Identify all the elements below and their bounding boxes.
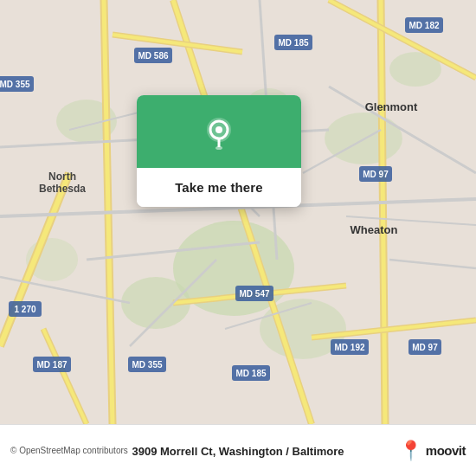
svg-text:MD 355: MD 355 [132, 360, 162, 370]
svg-text:1 270: 1 270 [14, 305, 35, 314]
svg-text:Bethesda: Bethesda [39, 183, 86, 195]
svg-text:MD 187: MD 187 [36, 360, 67, 370]
svg-text:MD 182: MD 182 [408, 21, 439, 30]
bottom-bar: © OpenStreetMap contributors 3909 Morrel… [0, 424, 476, 476]
svg-text:MD 355: MD 355 [0, 80, 30, 89]
svg-text:MD 185: MD 185 [235, 369, 266, 378]
logo-area: 📍 moovit [399, 441, 466, 460]
svg-text:MD 547: MD 547 [239, 289, 269, 299]
moovit-logo-text: moovit [426, 443, 466, 458]
svg-point-70 [215, 126, 222, 133]
moovit-pin-icon: 📍 [399, 441, 422, 460]
svg-text:MD 97: MD 97 [363, 170, 389, 179]
popup-card: Take me there [137, 95, 301, 207]
svg-text:MD 586: MD 586 [138, 51, 168, 61]
svg-text:Glenmont: Glenmont [365, 100, 418, 113]
svg-text:Wheaton: Wheaton [351, 223, 398, 236]
take-me-there-button[interactable]: Take me there [137, 168, 301, 207]
address-line: 3909 Morrell Ct, Washington / Baltimore [132, 445, 344, 458]
svg-point-72 [215, 146, 222, 150]
map-container: MD 586 MD 185 MD 355 MD 182 MD 97 MD 547… [0, 0, 476, 424]
address-area: 3909 Morrell Ct, Washington / Baltimore [132, 443, 344, 459]
popup-icon-area [137, 95, 301, 168]
svg-text:North: North [48, 170, 76, 183]
svg-text:MD 192: MD 192 [334, 343, 364, 352]
svg-text:MD 97: MD 97 [412, 343, 438, 352]
svg-text:MD 185: MD 185 [278, 38, 308, 48]
location-pin-icon [200, 114, 238, 152]
